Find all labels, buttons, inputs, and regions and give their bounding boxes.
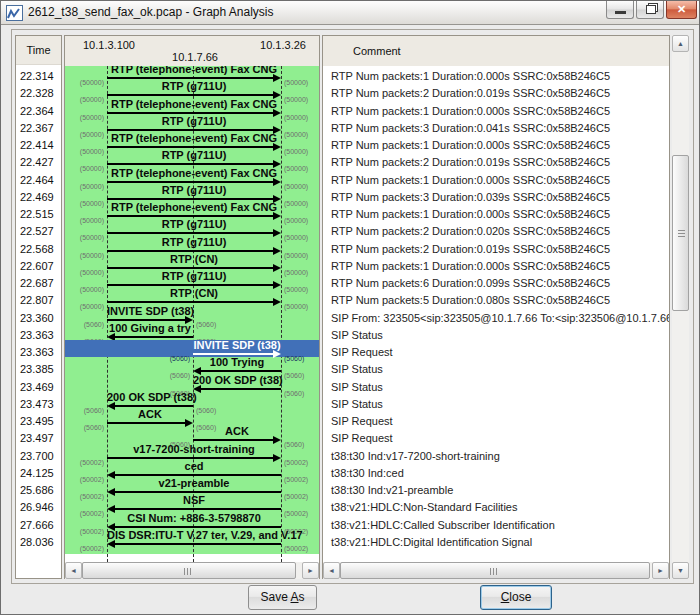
scroll-up-icon[interactable]: ▲ (672, 35, 689, 52)
time-label[interactable]: 23.363 (20, 345, 54, 359)
flow-message-label[interactable]: RTP (telephone-event) Fax CNG (107, 201, 281, 214)
time-label[interactable]: 22.515 (20, 207, 54, 221)
comment-row[interactable]: SIP From: 323505<sip:323505@10.1.7.66 To… (331, 311, 669, 325)
flow-arrow-line[interactable] (113, 508, 281, 510)
comment-hscrollbar[interactable]: ◄ ► (323, 562, 669, 579)
flow-arrow-line[interactable] (113, 405, 193, 407)
comment-row[interactable]: RTP Num packets:1 Duration:0.000s SSRC:0… (331, 259, 610, 273)
time-label[interactable]: 23.497 (20, 431, 54, 445)
flow-arrow-line[interactable] (193, 353, 275, 355)
flow-message-label[interactable]: RTP (g711U) (107, 218, 281, 231)
flow-arrow-line[interactable] (107, 163, 275, 165)
time-label[interactable]: 22.469 (20, 190, 54, 204)
comment-row[interactable]: t38:t30 Ind:v21-preamble (331, 483, 453, 497)
flow-message-label[interactable]: RTP (CN) (107, 253, 281, 266)
comment-row[interactable]: RTP Num packets:1 Duration:0.000s SSRC:0… (331, 207, 610, 221)
minimize-button[interactable] (606, 1, 634, 19)
flow-arrow-line[interactable] (113, 336, 193, 338)
flow-arrow-line[interactable] (107, 284, 275, 286)
flow-message-label[interactable]: 100 Trying (193, 356, 281, 369)
flow-arrow-line[interactable] (107, 319, 187, 321)
flow-arrow-line[interactable] (107, 250, 275, 252)
comment-hscroll-thumb[interactable] (340, 562, 650, 579)
scroll-right-icon[interactable]: ► (652, 562, 669, 579)
flow-arrow-line[interactable] (107, 181, 275, 183)
time-label[interactable]: 23.360 (20, 311, 54, 325)
scroll-left-icon[interactable]: ◄ (65, 562, 82, 579)
flow-arrow-line[interactable] (107, 267, 275, 269)
time-label[interactable]: 23.473 (20, 397, 54, 411)
comment-row[interactable]: RTP Num packets:1 Duration:0.000s SSRC:0… (331, 138, 610, 152)
flow-arrow-line[interactable] (107, 77, 275, 79)
flow-message-label[interactable]: DIS DSR:ITU-T V.27 ter, V.29, and V.17 (107, 529, 281, 542)
flow-arrow-line[interactable] (199, 370, 281, 372)
comment-row[interactable]: RTP Num packets:1 Duration:0.000s SSRC:0… (331, 104, 610, 118)
time-label[interactable]: 23.363 (20, 328, 54, 342)
comment-row[interactable]: RTP Num packets:6 Duration:0.099s SSRC:0… (331, 276, 610, 290)
time-label[interactable]: 22.364 (20, 104, 54, 118)
comment-row[interactable]: SIP Status (331, 380, 383, 394)
flow-arrow-line[interactable] (107, 198, 275, 200)
time-label[interactable]: 26.946 (20, 500, 54, 514)
time-label[interactable]: 22.314 (20, 69, 54, 83)
time-label[interactable]: 24.125 (20, 466, 54, 480)
flow-message-label[interactable]: INVITE SDP (t38) (193, 339, 281, 352)
flow-arrow-line[interactable] (107, 422, 187, 424)
flow-arrow-line[interactable] (107, 112, 275, 114)
comment-row[interactable]: RTP Num packets:2 Duration:0.019s SSRC:0… (331, 242, 610, 256)
flow-message-label[interactable]: RTP (CN) (107, 287, 281, 300)
close-window-button[interactable]: ✕ (666, 1, 697, 19)
vertical-scroll-thumb[interactable] (672, 155, 689, 311)
vertical-scrollbar[interactable]: ▲ ▼ (672, 35, 689, 579)
flow-arrow-line[interactable] (193, 439, 275, 441)
flow-arrow-line[interactable] (107, 129, 275, 131)
comment-row[interactable]: SIP Status (331, 397, 383, 411)
time-label[interactable]: 22.414 (20, 138, 54, 152)
comment-row[interactable]: RTP Num packets:2 Duration:0.020s SSRC:0… (331, 224, 610, 238)
diagram-hscroll-thumb[interactable] (82, 562, 296, 579)
time-label[interactable]: 25.686 (20, 483, 54, 497)
time-label[interactable]: 22.427 (20, 155, 54, 169)
flow-message-label[interactable]: RTP (g711U) (107, 149, 281, 162)
comment-row[interactable]: SIP Request (331, 431, 393, 445)
flow-message-label[interactable]: RTP (g711U) (107, 270, 281, 283)
comment-row[interactable]: t38:v21:HDLC:Called Subscriber Identific… (331, 518, 555, 532)
comment-row[interactable]: RTP Num packets:1 Duration:0.000s SSRC:0… (331, 69, 610, 83)
time-label[interactable]: 22.687 (20, 276, 54, 290)
time-label[interactable]: 28.036 (20, 535, 54, 549)
flow-message-label[interactable]: 100 Giving a try (107, 322, 193, 335)
flow-message-label[interactable]: RTP (telephone-event) Fax CNG (107, 132, 281, 145)
time-label[interactable]: 22.568 (20, 242, 54, 256)
flow-message-label[interactable]: ACK (193, 425, 281, 438)
time-label[interactable]: 23.495 (20, 414, 54, 428)
flow-message-label[interactable]: v17-7200-short-training (107, 443, 281, 456)
save-as-button[interactable]: Save As (248, 585, 317, 610)
flow-message-label[interactable]: ced (107, 460, 281, 473)
diagram-body[interactable]: RTP (telephone-event) Fax CNG(50000)(500… (65, 66, 319, 562)
diagram-hscrollbar[interactable]: ◄ ► (65, 562, 319, 579)
time-label[interactable]: 22.464 (20, 173, 54, 187)
comment-row[interactable]: RTP Num packets:1 Duration:0.000s SSRC:0… (331, 173, 610, 187)
flow-arrow-line[interactable] (199, 388, 281, 390)
comment-row[interactable]: RTP Num packets:5 Duration:0.080s SSRC:0… (331, 293, 610, 307)
comment-row[interactable]: t38:t30 Ind:ced (331, 466, 404, 480)
time-label[interactable]: 22.367 (20, 121, 54, 135)
comment-row[interactable]: RTP Num packets:2 Duration:0.019s SSRC:0… (331, 86, 610, 100)
flow-message-label[interactable]: ACK (107, 408, 193, 421)
comment-row[interactable]: t38:t30 Ind:v17-7200-short-training (331, 449, 500, 463)
comment-row[interactable]: RTP Num packets:3 Duration:0.039s SSRC:0… (331, 190, 610, 204)
flow-message-label[interactable]: RTP (telephone-event) Fax CNG (107, 167, 281, 180)
flow-arrow-line[interactable] (113, 474, 281, 476)
time-label[interactable]: 27.666 (20, 518, 54, 532)
flow-arrow-line[interactable] (107, 146, 275, 148)
time-label[interactable]: 22.527 (20, 224, 54, 238)
flow-message-label[interactable]: RTP (g711U) (107, 115, 281, 128)
titlebar[interactable]: 2612_t38_send_fax_ok.pcap - Graph Analys… (1, 1, 699, 25)
comment-row[interactable]: RTP Num packets:2 Duration:0.019s SSRC:0… (331, 155, 610, 169)
flow-arrow-line[interactable] (113, 526, 281, 528)
flow-message-label[interactable]: NSF (107, 494, 281, 507)
time-label[interactable]: 22.328 (20, 86, 54, 100)
flow-arrow-line[interactable] (107, 301, 275, 303)
comment-row[interactable]: RTP Num packets:3 Duration:0.041s SSRC:0… (331, 121, 610, 135)
scroll-right-icon[interactable]: ► (302, 562, 319, 579)
